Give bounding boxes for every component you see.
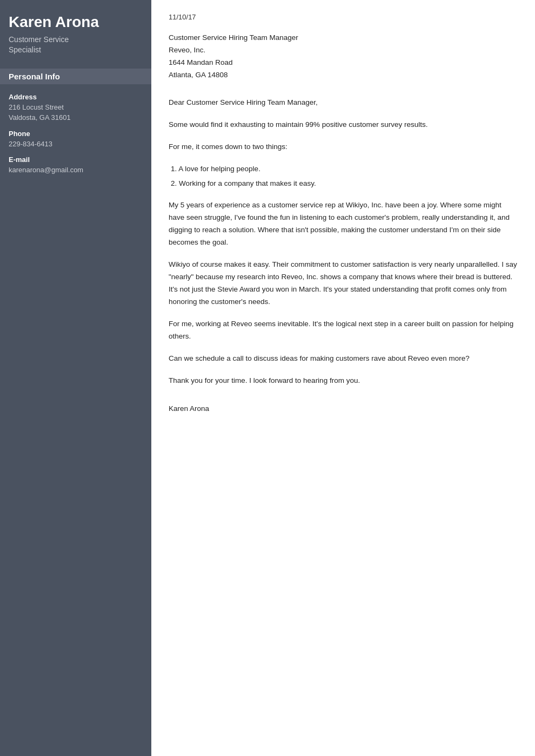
letter-paragraph2: For me, it comes down to two things: (169, 141, 518, 153)
letter-date: 11/10/17 (169, 13, 518, 21)
letter-greeting: Dear Customer Service Hiring Team Manage… (169, 97, 518, 109)
candidate-name: Karen Arona (9, 13, 143, 31)
letter-paragraph1: Some would find it exhausting to maintai… (169, 119, 518, 131)
email-label: E-mail (9, 156, 143, 164)
main-content: 11/10/17 Customer Service Hiring Team Ma… (151, 0, 535, 756)
recipient-line1: Customer Service Hiring Team Manager (169, 32, 518, 44)
letter-paragraph4: Wikiyo of course makes it easy. Their co… (169, 259, 518, 308)
recipient-line4: Atlanta, GA 14808 (169, 69, 518, 82)
letter-body: Dear Customer Service Hiring Team Manage… (169, 97, 518, 387)
email-value: karenarona@gmail.com (9, 165, 143, 176)
letter-paragraph5: For me, working at Reveo seems inevitabl… (169, 318, 518, 343)
signature-name: Karen Arona (169, 404, 518, 413)
recipient-line3: 1644 Mandan Road (169, 57, 518, 69)
signature-block: Karen Arona (169, 404, 518, 413)
address-line1: 216 Locust Street (9, 102, 143, 113)
list-item-1: 1. A love for helping people. (169, 163, 518, 176)
letter-paragraph3: My 5 years of experience as a customer s… (169, 199, 518, 249)
letter-paragraph7: Thank you for your time. I look forward … (169, 375, 518, 387)
personal-info-heading: Personal Info (0, 69, 151, 84)
sidebar: Karen Arona Customer ServiceSpecialist P… (0, 0, 151, 756)
letter-list: 1. A love for helping people. 2. Working… (169, 163, 518, 190)
letter-paragraph6: Can we schedule a call to discuss ideas … (169, 353, 518, 365)
phone-label: Phone (9, 130, 143, 138)
recipient-line2: Reveo, Inc. (169, 44, 518, 57)
address-line2: Valdosta, GA 31601 (9, 112, 143, 123)
address-label: Address (9, 93, 143, 101)
candidate-title: Customer ServiceSpecialist (9, 35, 143, 56)
phone-value: 229-834-6413 (9, 139, 143, 150)
recipient-block: Customer Service Hiring Team Manager Rev… (169, 32, 518, 82)
list-item-2: 2. Working for a company that makes it e… (169, 178, 518, 190)
